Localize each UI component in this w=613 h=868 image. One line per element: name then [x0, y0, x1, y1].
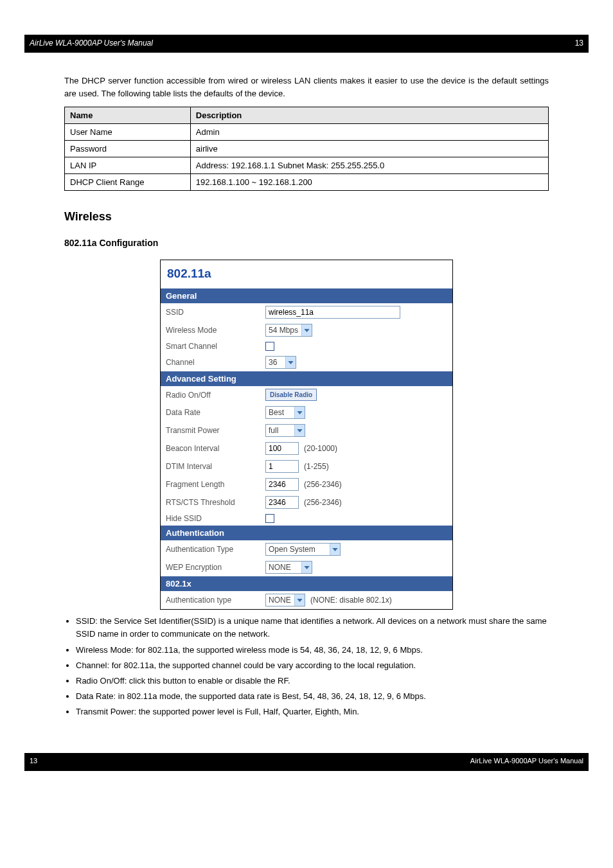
chevron-down-icon — [301, 562, 312, 573]
table-row: LAN IP Address: 192.168.1.1 Subnet Mask:… — [65, 157, 549, 174]
smartchan-label: Smart Channel — [166, 342, 265, 351]
mode-select[interactable]: 54 Mbps — [265, 324, 312, 337]
topbar-right: 13 — [575, 39, 583, 48]
dtim-note: (1-255) — [304, 462, 329, 471]
smartchan-checkbox[interactable] — [265, 342, 274, 351]
rts-note: (256-2346) — [304, 498, 342, 507]
list-item: Channel: for 802.11a, the supported chan… — [76, 659, 549, 672]
frag-input[interactable] — [265, 478, 299, 491]
channel-label: Channel — [166, 358, 265, 367]
channel-select[interactable]: 36 — [265, 356, 296, 369]
defaults-table: Name Description User Name Admin Passwor… — [64, 107, 549, 191]
section-auth: Authentication — [161, 526, 452, 540]
rts-label: RTS/CTS Threshold — [166, 498, 265, 507]
ssid-input[interactable] — [265, 306, 400, 319]
table-row: User Name Admin — [65, 124, 549, 141]
bottombar-left: 13 — [30, 757, 37, 765]
dot1x-authtype-select[interactable]: NONE — [265, 594, 305, 607]
list-item: Radio On/Off: click this button to enabl… — [76, 675, 549, 687]
mode-label: Wireless Mode — [166, 326, 265, 335]
dot1x-authtype-label: Authentication type — [166, 596, 265, 605]
topbar-left: AirLive WLA-9000AP User's Manual — [30, 39, 153, 48]
dtim-label: DTIM Interval — [166, 462, 265, 471]
authtype-select[interactable]: Open System — [265, 543, 341, 556]
wep-label: WEP Encryption — [166, 563, 265, 572]
txpower-select[interactable]: full — [265, 424, 305, 437]
table-header-desc: Description — [190, 107, 548, 124]
config-panel: 802.11a General SSID Wireless Mode 54 Mb… — [160, 260, 453, 610]
beacon-label: Beacon Interval — [166, 444, 265, 453]
heading-wireless: Wireless — [64, 210, 549, 224]
datarate-select[interactable]: Best — [265, 406, 305, 419]
bullet-list: SSID: the Service Set Identifier(SSID) i… — [76, 615, 549, 718]
list-item: SSID: the Service Set Identifier(SSID) i… — [76, 615, 549, 641]
heading-80211a: 802.11a Configuration — [64, 238, 549, 248]
chevron-down-icon — [294, 425, 305, 436]
chevron-down-icon — [285, 357, 296, 368]
table-header-name: Name — [65, 107, 191, 124]
dot1x-authtype-note: (NONE: disable 802.1x) — [310, 596, 392, 605]
hidessid-label: Hide SSID — [166, 514, 265, 523]
section-general: General — [161, 288, 452, 303]
panel-title: 802.11a — [161, 260, 452, 288]
frag-note: (256-2346) — [304, 480, 342, 489]
wep-select[interactable]: NONE — [265, 561, 312, 574]
chevron-down-icon — [330, 544, 340, 555]
beacon-note: (20-1000) — [304, 444, 337, 453]
beacon-input[interactable] — [265, 442, 299, 455]
bottombar-right: AirLive WLA-9000AP User's Manual — [470, 757, 583, 765]
page-content: The DHCP server function accessible from… — [0, 53, 613, 753]
list-item: Transmit Power: the supported power leve… — [76, 705, 549, 718]
rts-input[interactable] — [265, 496, 299, 509]
bottom-black-bar: 13 AirLive WLA-9000AP User's Manual — [24, 753, 589, 771]
table-row: Password airlive — [65, 141, 549, 157]
table-row: DHCP Client Range 192.168.1.100 ~ 192.16… — [65, 174, 549, 191]
list-item: Wireless Mode: for 802.11a, the supporte… — [76, 644, 549, 657]
top-black-bar: AirLive WLA-9000AP User's Manual 13 — [24, 35, 589, 53]
chevron-down-icon — [294, 407, 305, 418]
datarate-label: Data Rate — [166, 408, 265, 417]
txpower-label: Transmit Power — [166, 426, 265, 435]
section-8021x: 802.1x — [161, 576, 452, 591]
frag-label: Fragment Length — [166, 480, 265, 489]
intro-paragraph: The DHCP server function accessible from… — [64, 75, 549, 100]
section-advanced: Advanced Setting — [161, 371, 452, 386]
list-item: Data Rate: in 802.11a mode, the supporte… — [76, 690, 549, 703]
radio-label: Radio On/Off — [166, 391, 265, 400]
hidessid-checkbox[interactable] — [265, 514, 274, 523]
dtim-input[interactable] — [265, 460, 299, 473]
chevron-down-icon — [301, 324, 312, 336]
authtype-label: Authentication Type — [166, 545, 265, 554]
disable-radio-button[interactable]: Disable Radio — [265, 389, 317, 401]
ssid-label: SSID — [166, 308, 265, 317]
chevron-down-icon — [294, 594, 305, 606]
